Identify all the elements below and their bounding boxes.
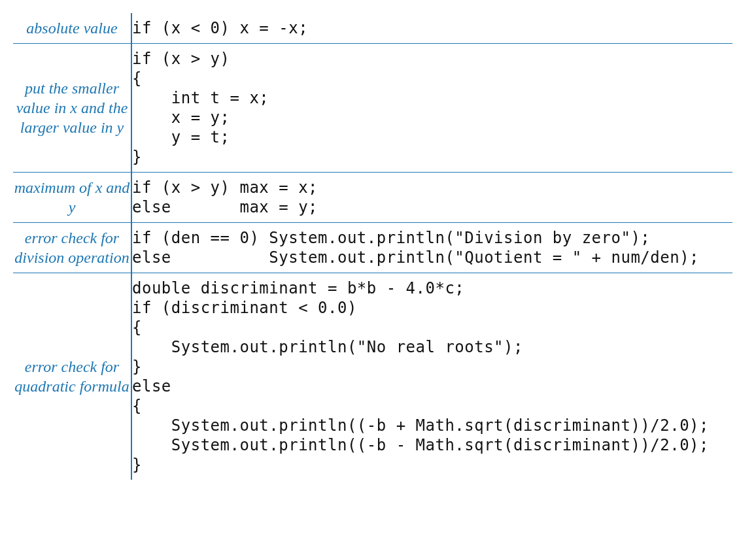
code-examples-table: error check for division operation if (d… <box>13 223 732 273</box>
row-label: put the smaller value in x and the large… <box>13 44 131 172</box>
label-text: put the smaller value in x and the large… <box>16 80 128 136</box>
label-text: maximum of x and y <box>14 179 130 216</box>
row-code: if (x < 0) x = -x; <box>131 13 732 43</box>
code-examples-table: maximum of x and y if (x > y) max = x; e… <box>13 173 732 222</box>
label-text: error check for quadratic formula <box>14 358 129 395</box>
row-label: error check for division operation <box>13 223 131 273</box>
row-code: if (den == 0) System.out.println("Divisi… <box>131 223 732 273</box>
code-block: if (x < 0) x = -x; <box>132 18 732 38</box>
label-text: error check for division operation <box>14 229 129 266</box>
code-block: if (x > y) max = x; else max = y; <box>132 178 732 217</box>
row-label: absolute value <box>13 13 131 43</box>
code-examples-table: error check for quadratic formula double… <box>13 273 732 480</box>
label-text: absolute value <box>26 20 117 37</box>
code-block: double discriminant = b*b - 4.0*c; if (d… <box>132 278 732 475</box>
table-row: error check for division operation if (d… <box>13 223 732 273</box>
code-block: if (x > y) { int t = x; x = y; y = t; } <box>132 49 732 167</box>
row-label: error check for quadratic formula <box>13 273 131 480</box>
code-block: if (den == 0) System.out.println("Divisi… <box>132 228 732 267</box>
row-code: double discriminant = b*b - 4.0*c; if (d… <box>131 273 732 480</box>
table-row: maximum of x and y if (x > y) max = x; e… <box>13 173 732 222</box>
row-label: maximum of x and y <box>13 173 131 222</box>
row-code: if (x > y) { int t = x; x = y; y = t; } <box>131 44 732 172</box>
table-row: put the smaller value in x and the large… <box>13 44 732 172</box>
table-row: absolute value if (x < 0) x = -x; <box>13 13 732 43</box>
code-examples-table: put the smaller value in x and the large… <box>13 44 732 172</box>
row-code: if (x > y) max = x; else max = y; <box>131 173 732 222</box>
table-row: error check for quadratic formula double… <box>13 273 732 480</box>
code-examples-table: absolute value if (x < 0) x = -x; <box>13 13 732 43</box>
